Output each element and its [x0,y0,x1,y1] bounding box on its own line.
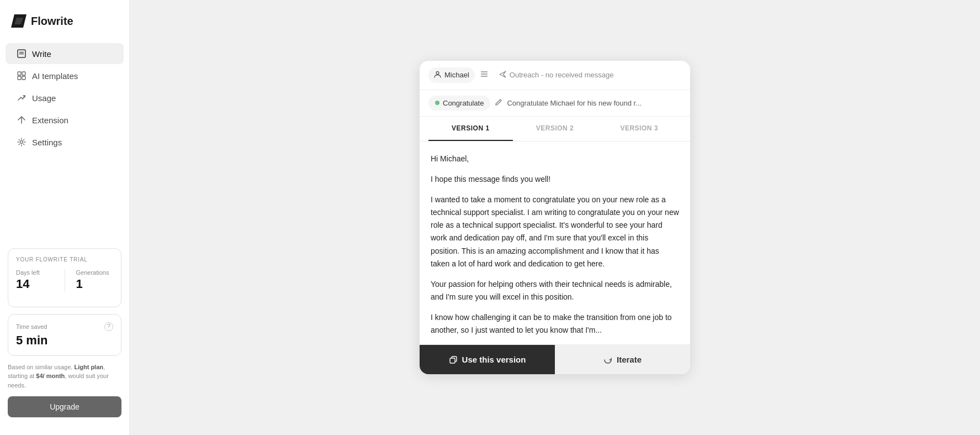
use-this-version-label: Use this version [462,355,526,364]
sidebar-item-usage-label: Usage [32,93,56,103]
svg-rect-8 [22,76,25,80]
svg-point-9 [20,141,23,144]
svg-rect-14 [450,358,455,363]
stat-divider [65,269,65,291]
svg-rect-7 [18,76,21,80]
svg-rect-5 [18,72,21,75]
logo-icon [11,13,27,29]
prompt-bar: Congratulate Congratulate Michael for hi… [420,90,690,117]
version-tabs: Version 1 Version 2 Version 3 [420,117,690,141]
sidebar-item-write-label: Write [32,49,51,59]
generations-group: Generations 1 [76,269,114,291]
email-body: Hi Michael, I hope this message finds yo… [420,141,690,344]
help-icon[interactable]: ? [104,322,113,331]
time-header: Time saved ? [16,322,113,331]
generations-value: 1 [76,277,114,291]
sidebar-item-write[interactable]: Write [6,43,124,64]
iterate-label: Iterate [617,355,642,364]
use-this-version-button[interactable]: Use this version [420,345,555,374]
days-left-value: 14 [16,277,54,291]
sidebar-item-ai-templates[interactable]: AI templates [6,65,124,86]
action-bar: Use this version Iterate [420,344,690,374]
prompt-description: Congratulate Michael for his new found r… [507,99,642,107]
email-p4: I know how challenging it can be to make… [431,311,679,337]
sidebar-item-usage[interactable]: Usage [6,87,124,108]
person-name: Michael [444,71,469,79]
write-icon [17,49,27,59]
tab-version-1[interactable]: Version 1 [428,117,513,141]
time-saved-value: 5 min [16,333,113,348]
time-saved-card: Time saved ? 5 min [8,314,121,356]
sidebar-item-ai-templates-label: AI templates [32,71,78,81]
main-content: Michael Outreach - no received message [130,0,980,435]
outreach-label: Outreach - no received message [510,71,614,79]
tab-version-2[interactable]: Version 2 [513,117,597,141]
trial-stats: Days left 14 Generations 1 [16,269,113,291]
settings-icon [17,137,27,147]
congratulate-dot [435,101,439,105]
congratulate-label: Congratulate [443,99,484,107]
email-p1: I hope this message finds you well! [431,173,679,186]
trial-card: Your Flowrite Trial Days left 14 Generat… [8,248,121,307]
logo-text: Flowrite [31,15,73,28]
person-chip[interactable]: Michael [428,67,475,83]
email-p2: I wanted to take a moment to congratulat… [431,193,679,270]
breadcrumb-bar: Michael Outreach - no received message [420,61,690,90]
svg-point-10 [436,71,439,74]
logo: Flowrite [0,9,129,42]
copy-icon [449,355,458,364]
sidebar-nav: Write AI templates Usage [0,42,129,154]
sidebar-item-settings[interactable]: Settings [6,132,124,153]
days-left-group: Days left 14 [16,269,54,291]
send-icon [499,71,506,80]
sidebar-item-extension[interactable]: Extension [6,109,124,130]
usage-icon [17,93,27,103]
sidebar-item-settings-label: Settings [32,138,62,147]
time-saved-label: Time saved [16,323,47,330]
person-icon [434,71,441,80]
modal-card: Michael Outreach - no received message [420,61,690,374]
days-left-label: Days left [16,269,54,276]
svg-rect-6 [22,72,25,75]
separator-icon [479,69,489,81]
trial-label: Your Flowrite Trial [16,256,113,263]
pencil-icon [495,98,502,108]
upsell-text: Based on similar usage, Light plan, star… [8,363,121,390]
email-greeting: Hi Michael, [431,153,679,165]
email-p3: Your passion for helping others with the… [431,278,679,303]
sidebar: Flowrite Write AI templat [0,0,130,435]
sidebar-item-extension-label: Extension [32,116,68,125]
upgrade-button[interactable]: Upgrade [8,396,121,417]
outreach-chip[interactable]: Outreach - no received message [494,67,619,83]
congratulate-chip[interactable]: Congratulate [428,96,490,111]
tab-version-3[interactable]: Version 3 [597,117,681,141]
extension-icon [17,115,27,125]
generations-label: Generations [76,269,114,276]
iterate-icon [603,355,612,364]
iterate-button[interactable]: Iterate [555,345,690,374]
ai-templates-icon [17,71,27,81]
